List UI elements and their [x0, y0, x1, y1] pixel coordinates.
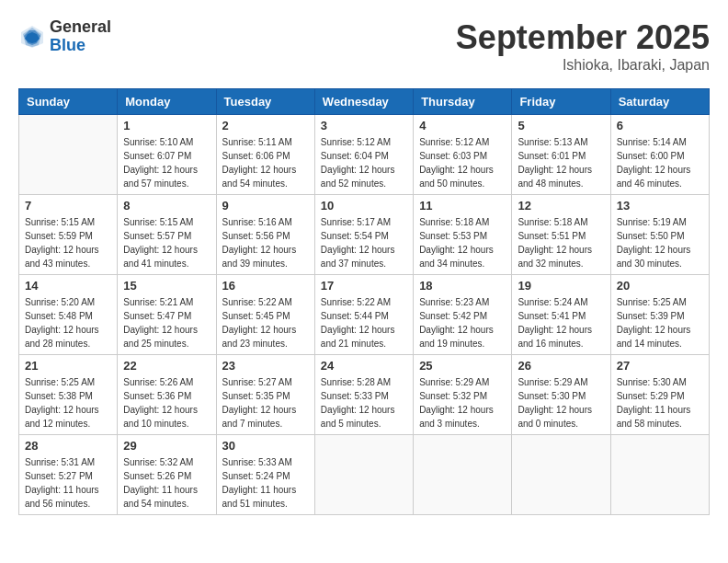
day-number: 15 — [123, 279, 210, 293]
logo-icon — [18, 23, 46, 51]
calendar-cell: 4Sunrise: 5:12 AM Sunset: 6:03 PM Daylig… — [414, 115, 512, 195]
day-number: 3 — [321, 119, 407, 132]
day-number: 21 — [25, 359, 111, 373]
calendar-cell: 29Sunrise: 5:32 AM Sunset: 5:26 PM Dayli… — [118, 435, 216, 515]
day-number: 23 — [222, 359, 309, 373]
day-number: 25 — [419, 359, 506, 373]
calendar-cell: 10Sunrise: 5:17 AM Sunset: 5:54 PM Dayli… — [314, 195, 413, 275]
day-info: Sunrise: 5:24 AM Sunset: 5:41 PM Dayligh… — [518, 295, 604, 350]
day-info: Sunrise: 5:13 AM Sunset: 6:01 PM Dayligh… — [518, 135, 604, 190]
calendar-table: SundayMondayTuesdayWednesdayThursdayFrid… — [18, 88, 710, 515]
calendar-cell: 23Sunrise: 5:27 AM Sunset: 5:35 PM Dayli… — [216, 355, 314, 435]
calendar-cell: 24Sunrise: 5:28 AM Sunset: 5:33 PM Dayli… — [314, 355, 413, 435]
day-number: 6 — [617, 119, 703, 132]
week-row-4: 21Sunrise: 5:25 AM Sunset: 5:38 PM Dayli… — [19, 355, 710, 435]
day-number: 2 — [222, 119, 309, 132]
logo-general: General — [50, 18, 111, 37]
calendar-cell: 21Sunrise: 5:25 AM Sunset: 5:38 PM Dayli… — [19, 355, 118, 435]
day-number: 5 — [518, 119, 604, 132]
day-info: Sunrise: 5:21 AM Sunset: 5:47 PM Dayligh… — [123, 295, 210, 350]
logo: General Blue — [18, 18, 111, 55]
day-number: 7 — [25, 199, 111, 213]
day-number: 13 — [617, 199, 703, 213]
day-info: Sunrise: 5:25 AM Sunset: 5:39 PM Dayligh… — [617, 295, 703, 350]
day-number: 16 — [222, 279, 309, 293]
day-number: 20 — [617, 279, 703, 293]
col-header-wednesday: Wednesday — [314, 89, 413, 115]
calendar-cell: 28Sunrise: 5:31 AM Sunset: 5:27 PM Dayli… — [19, 435, 118, 515]
col-header-thursday: Thursday — [414, 89, 512, 115]
calendar-header-row: SundayMondayTuesdayWednesdayThursdayFrid… — [19, 89, 710, 115]
day-info: Sunrise: 5:32 AM Sunset: 5:26 PM Dayligh… — [123, 455, 210, 511]
day-number: 12 — [518, 199, 604, 213]
calendar-cell — [610, 435, 709, 515]
calendar-cell: 6Sunrise: 5:14 AM Sunset: 6:00 PM Daylig… — [610, 115, 709, 195]
col-header-sunday: Sunday — [19, 89, 118, 115]
calendar-cell: 5Sunrise: 5:13 AM Sunset: 6:01 PM Daylig… — [512, 115, 610, 195]
day-info: Sunrise: 5:33 AM Sunset: 5:24 PM Dayligh… — [222, 455, 309, 511]
day-number: 1 — [123, 119, 210, 132]
calendar-cell: 14Sunrise: 5:20 AM Sunset: 5:48 PM Dayli… — [19, 275, 118, 355]
day-number: 17 — [321, 279, 407, 293]
col-header-tuesday: Tuesday — [216, 89, 314, 115]
week-row-1: 1Sunrise: 5:10 AM Sunset: 6:07 PM Daylig… — [19, 115, 710, 195]
day-info: Sunrise: 5:31 AM Sunset: 5:27 PM Dayligh… — [25, 455, 111, 511]
day-info: Sunrise: 5:10 AM Sunset: 6:07 PM Dayligh… — [123, 135, 210, 190]
day-info: Sunrise: 5:15 AM Sunset: 5:59 PM Dayligh… — [25, 215, 111, 270]
calendar-cell: 17Sunrise: 5:22 AM Sunset: 5:44 PM Dayli… — [314, 275, 413, 355]
day-info: Sunrise: 5:28 AM Sunset: 5:33 PM Dayligh… — [321, 375, 407, 431]
day-info: Sunrise: 5:12 AM Sunset: 6:03 PM Dayligh… — [419, 135, 506, 190]
day-info: Sunrise: 5:15 AM Sunset: 5:57 PM Dayligh… — [123, 215, 210, 270]
day-info: Sunrise: 5:12 AM Sunset: 6:04 PM Dayligh… — [321, 135, 407, 190]
week-row-3: 14Sunrise: 5:20 AM Sunset: 5:48 PM Dayli… — [19, 275, 710, 355]
day-number: 8 — [123, 199, 210, 213]
page-header: General Blue September 2025 Ishioka, Iba… — [18, 18, 710, 74]
day-number: 22 — [123, 359, 210, 373]
calendar-cell — [314, 435, 413, 515]
calendar-cell: 30Sunrise: 5:33 AM Sunset: 5:24 PM Dayli… — [216, 435, 314, 515]
calendar-cell: 20Sunrise: 5:25 AM Sunset: 5:39 PM Dayli… — [610, 275, 709, 355]
day-info: Sunrise: 5:17 AM Sunset: 5:54 PM Dayligh… — [321, 215, 407, 270]
day-number: 14 — [25, 279, 111, 293]
col-header-friday: Friday — [512, 89, 610, 115]
day-number: 27 — [617, 359, 703, 373]
day-info: Sunrise: 5:16 AM Sunset: 5:56 PM Dayligh… — [222, 215, 309, 270]
day-number: 30 — [222, 439, 309, 453]
calendar-cell: 3Sunrise: 5:12 AM Sunset: 6:04 PM Daylig… — [314, 115, 413, 195]
day-number: 18 — [419, 279, 506, 293]
day-number: 24 — [321, 359, 407, 373]
calendar-cell: 7Sunrise: 5:15 AM Sunset: 5:59 PM Daylig… — [19, 195, 118, 275]
calendar-cell: 18Sunrise: 5:23 AM Sunset: 5:42 PM Dayli… — [414, 275, 512, 355]
day-info: Sunrise: 5:19 AM Sunset: 5:50 PM Dayligh… — [617, 215, 703, 270]
day-number: 10 — [321, 199, 407, 213]
logo-text: General Blue — [50, 18, 111, 55]
calendar-cell — [512, 435, 610, 515]
logo-blue: Blue — [50, 37, 111, 55]
calendar-cell — [19, 115, 118, 195]
day-number: 29 — [123, 439, 210, 453]
day-number: 9 — [222, 199, 309, 213]
col-header-monday: Monday — [118, 89, 216, 115]
calendar-cell: 2Sunrise: 5:11 AM Sunset: 6:06 PM Daylig… — [216, 115, 314, 195]
calendar-cell: 26Sunrise: 5:29 AM Sunset: 5:30 PM Dayli… — [512, 355, 610, 435]
day-info: Sunrise: 5:25 AM Sunset: 5:38 PM Dayligh… — [25, 375, 111, 431]
day-number: 26 — [518, 359, 604, 373]
day-info: Sunrise: 5:29 AM Sunset: 5:30 PM Dayligh… — [518, 375, 604, 431]
day-info: Sunrise: 5:11 AM Sunset: 6:06 PM Dayligh… — [222, 135, 309, 190]
day-info: Sunrise: 5:20 AM Sunset: 5:48 PM Dayligh… — [25, 295, 111, 350]
day-info: Sunrise: 5:22 AM Sunset: 5:44 PM Dayligh… — [321, 295, 407, 350]
day-info: Sunrise: 5:30 AM Sunset: 5:29 PM Dayligh… — [617, 375, 703, 431]
calendar-cell: 8Sunrise: 5:15 AM Sunset: 5:57 PM Daylig… — [118, 195, 216, 275]
calendar-cell: 11Sunrise: 5:18 AM Sunset: 5:53 PM Dayli… — [414, 195, 512, 275]
day-info: Sunrise: 5:23 AM Sunset: 5:42 PM Dayligh… — [419, 295, 506, 350]
week-row-2: 7Sunrise: 5:15 AM Sunset: 5:59 PM Daylig… — [19, 195, 710, 275]
location: Ishioka, Ibaraki, Japan — [456, 57, 710, 74]
week-row-5: 28Sunrise: 5:31 AM Sunset: 5:27 PM Dayli… — [19, 435, 710, 515]
day-info: Sunrise: 5:29 AM Sunset: 5:32 PM Dayligh… — [419, 375, 506, 431]
calendar-cell: 16Sunrise: 5:22 AM Sunset: 5:45 PM Dayli… — [216, 275, 314, 355]
col-header-saturday: Saturday — [610, 89, 709, 115]
day-number: 11 — [419, 199, 506, 213]
day-info: Sunrise: 5:14 AM Sunset: 6:00 PM Dayligh… — [617, 135, 703, 190]
calendar-cell: 15Sunrise: 5:21 AM Sunset: 5:47 PM Dayli… — [118, 275, 216, 355]
month-title: September 2025 — [456, 18, 710, 57]
